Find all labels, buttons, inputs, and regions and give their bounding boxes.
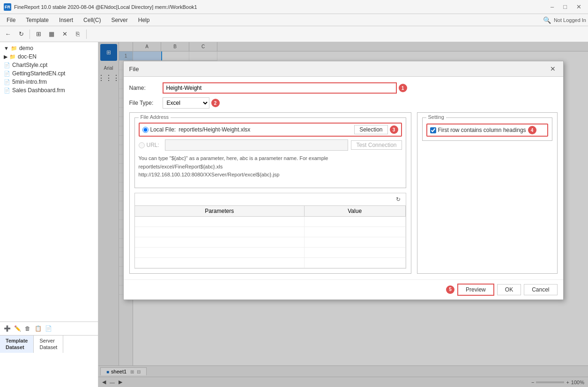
menu-cell[interactable]: Cell(C) [79, 16, 105, 24]
param-value-1[interactable] [304, 216, 405, 226]
edit-dataset-btn[interactable]: ✏️ [12, 323, 22, 334]
modal-body: Name: 1 File Type: Excel CSV JSON 2 [124, 77, 563, 279]
window-title: FineReport 10.0 stable 2020-08-04 @ENdoc… [14, 4, 548, 10]
sidebar-bottom: ➕ ✏️ 🗑 📋 📄 TemplateDataset ServerDataset [0, 321, 98, 387]
server-dataset-label: ServerDataset [39, 338, 57, 350]
first-row-checkbox-row: First row contains column headings 4 [426, 124, 548, 137]
tab-server-dataset[interactable]: ServerDataset [34, 336, 63, 353]
param-name-4[interactable] [135, 247, 305, 257]
toolbar-grid[interactable]: ⊞ [32, 28, 45, 40]
params-row-5 [135, 257, 406, 268]
menu-template[interactable]: Template [21, 16, 53, 24]
sidebar: ▼ 📁 demo ▶ 📁 doc-EN 📄 ChartStyle.cpt 📄 G… [0, 42, 98, 387]
toolbar-chart[interactable]: ▦ [45, 28, 58, 40]
tree-label-sales: Sales Dashboard.frm [12, 87, 65, 94]
file-icon-3: 📄 [4, 79, 10, 85]
name-label: Name: [129, 85, 160, 91]
toolbar-delete[interactable]: ✕ [59, 28, 71, 40]
file-type-select[interactable]: Excel CSV JSON [163, 97, 209, 109]
cancel-button[interactable]: Cancel [524, 284, 557, 295]
tree-item-demo[interactable]: ▼ 📁 demo [0, 44, 98, 52]
menu-bar: File Template Insert Cell(C) Server Help… [0, 14, 588, 26]
app-logo: FR [4, 3, 11, 11]
add-dataset-btn[interactable]: ➕ [2, 323, 12, 334]
folder-icon: 📁 [11, 45, 17, 51]
paste-dataset-btn[interactable]: 📄 [43, 323, 53, 334]
selection-badge: 3 [390, 125, 398, 134]
file-icon-2: 📄 [4, 71, 10, 77]
param-value-4[interactable] [304, 247, 405, 257]
tree-label-chartstyle: ChartStyle.cpt [12, 62, 47, 68]
params-col-header: Parameters [135, 206, 305, 217]
tree-label-demo: demo [19, 45, 33, 51]
param-name-3[interactable] [135, 237, 305, 247]
param-name-1[interactable] [135, 216, 305, 226]
close-window-button[interactable]: ✕ [573, 2, 584, 11]
setting-section: Setting First row contains column headin… [422, 117, 552, 141]
params-row-2 [135, 226, 406, 237]
sidebar-bottom-toolbar: ➕ ✏️ 🗑 📋 📄 [0, 322, 98, 336]
minimize-button[interactable]: – [548, 2, 557, 11]
menu-insert[interactable]: Insert [54, 16, 78, 24]
toolbar-copy[interactable]: ⎘ [72, 28, 84, 40]
tree-item-gettingstarted[interactable]: 📄 GettingStartedEN.cpt [0, 69, 98, 78]
folder-icon-2: 📁 [9, 54, 16, 60]
hint-text: You can type "${abc}" as a parameter, he… [139, 154, 402, 179]
selection-button[interactable]: Selection [354, 125, 387, 134]
search-icon[interactable]: 🔍 [543, 16, 551, 24]
param-name-5[interactable] [135, 257, 305, 268]
tree-item-chartstyle[interactable]: 📄 ChartStyle.cpt [0, 61, 98, 69]
preview-button[interactable]: Preview [457, 284, 494, 296]
search-area: 🔍 Not Logged In [543, 16, 586, 24]
params-row-1 [135, 216, 406, 226]
file-type-row: File Type: Excel CSV JSON 2 [129, 97, 558, 109]
name-row: Name: 1 [129, 82, 558, 94]
window-controls: – □ ✕ [548, 2, 584, 11]
ok-button[interactable]: OK [497, 284, 521, 295]
url-radio-label[interactable]: URL: [139, 142, 159, 148]
modal-footer: 5 Preview OK Cancel [124, 279, 563, 299]
menu-server[interactable]: Server [106, 16, 132, 24]
editor-area: ⊞ Arial ⋮⋮⋮ A B C [98, 42, 588, 387]
refresh-params-button[interactable]: ↻ [394, 195, 403, 204]
test-connection-button[interactable]: Test Connection [351, 140, 402, 150]
name-badge: 1 [399, 84, 407, 92]
url-row: URL: Test Connection [139, 139, 402, 151]
tree-item-docen[interactable]: ▶ 📁 doc-EN [0, 52, 98, 61]
url-radio[interactable] [139, 142, 145, 148]
tree-item-5min[interactable]: 📄 5min-intro.frm [0, 78, 98, 86]
local-file-row: Local File: Selection 3 [139, 123, 402, 137]
maximize-button[interactable]: □ [560, 2, 570, 11]
first-row-checkbox-label[interactable]: First row contains column headings [430, 127, 526, 133]
param-value-5[interactable] [304, 257, 405, 268]
tree-label-docen: doc-EN [18, 53, 37, 60]
toolbar-refresh[interactable]: ↻ [15, 28, 27, 40]
name-input[interactable] [163, 82, 397, 94]
tab-template-dataset[interactable]: TemplateDataset [0, 336, 34, 353]
expand-icon-2: ▶ [4, 54, 7, 60]
file-path-input[interactable] [179, 126, 354, 133]
url-input[interactable] [165, 139, 349, 151]
first-row-checkbox-text: First row contains column headings [438, 127, 526, 133]
login-status: Not Logged In [554, 17, 586, 23]
local-file-radio-label[interactable]: Local File: [142, 126, 176, 133]
tree-item-salesdashboard[interactable]: 📄 Sales Dashboard.frm [0, 86, 98, 95]
menu-help[interactable]: Help [134, 16, 155, 24]
copy-dataset-btn[interactable]: 📋 [33, 323, 43, 334]
modal-overlay: File ✕ Name: 1 File Type: Exce [98, 42, 588, 387]
file-type-label: File Type: [129, 100, 160, 106]
param-value-2[interactable] [304, 226, 405, 237]
preview-badge: 5 [446, 285, 454, 294]
param-name-2[interactable] [135, 226, 305, 237]
modal-close-button[interactable]: ✕ [548, 64, 558, 73]
file-icon-4: 📄 [4, 88, 10, 94]
file-icon-1: 📄 [4, 62, 10, 68]
param-value-3[interactable] [304, 237, 405, 247]
first-row-checkbox[interactable] [430, 127, 436, 133]
local-file-radio[interactable] [142, 127, 149, 133]
params-toolbar: ↻ [135, 193, 406, 206]
tree-label-gettingstarted: GettingStartedEN.cpt [12, 70, 65, 77]
delete-dataset-btn[interactable]: 🗑 [22, 323, 33, 334]
menu-file[interactable]: File [2, 16, 20, 24]
toolbar-back[interactable]: ← [2, 28, 14, 40]
